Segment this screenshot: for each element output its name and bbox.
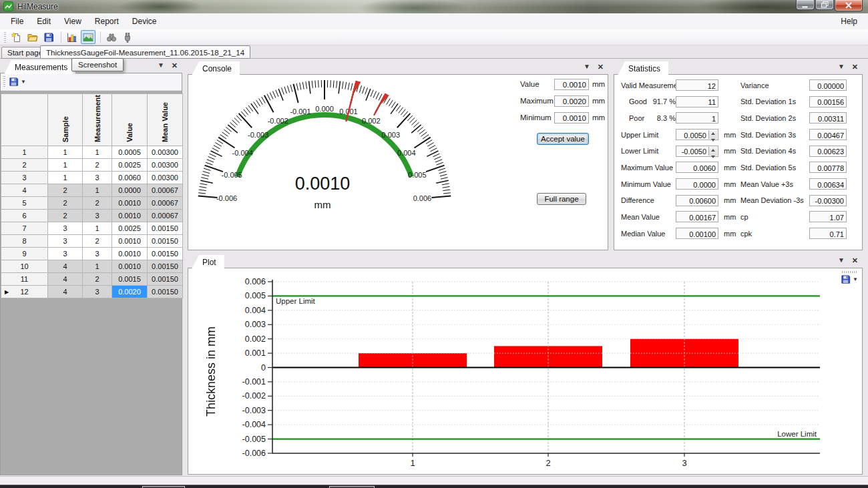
- row-header[interactable]: 2: [1, 159, 48, 172]
- row-header[interactable]: 4: [1, 184, 48, 197]
- panel-menu-icon[interactable]: ▼: [838, 257, 845, 264]
- cell-value[interactable]: 0.0060: [112, 172, 148, 184]
- cell-value[interactable]: 0.0020: [112, 286, 148, 298]
- chart-button[interactable]: [65, 30, 79, 44]
- measurements-panel-tab[interactable]: Measurements: [4, 60, 75, 74]
- column-header-mean-value[interactable]: Mean Value: [148, 94, 183, 146]
- cell-measurement[interactable]: 1: [83, 222, 112, 235]
- cell-sample[interactable]: 3: [48, 222, 83, 235]
- row-header[interactable]: 1: [1, 146, 48, 159]
- cell-measurement[interactable]: 2: [83, 273, 112, 286]
- console-panel-tab[interactable]: Console: [192, 61, 240, 75]
- cell-sample[interactable]: 2: [48, 184, 83, 197]
- row-header[interactable]: 11: [1, 273, 48, 286]
- table-row[interactable]: 10410.00100.00150: [1, 260, 183, 273]
- cell-sample[interactable]: 2: [48, 197, 83, 210]
- export-plot-button[interactable]: ▼: [841, 274, 858, 284]
- table-row[interactable]: 8320.00100.00150: [1, 235, 183, 248]
- stat-field[interactable]: 0.71: [809, 228, 847, 239]
- cell-value[interactable]: 0.0010: [112, 260, 148, 273]
- close-button[interactable]: [835, 0, 863, 11]
- row-header[interactable]: 3: [1, 172, 48, 184]
- toolbar-grip[interactable]: [4, 32, 6, 43]
- stat-field[interactable]: -0.00300: [809, 195, 847, 206]
- cell-sample[interactable]: 3: [48, 235, 83, 248]
- menu-device[interactable]: Device: [126, 13, 164, 29]
- cell-measurement[interactable]: 1: [83, 146, 112, 159]
- menu-help[interactable]: Help: [834, 13, 868, 29]
- cell-mean[interactable]: 0.00067: [148, 184, 183, 197]
- cell-value[interactable]: 0.0010: [112, 210, 148, 222]
- menu-view[interactable]: View: [57, 13, 88, 29]
- screenshot-button[interactable]: [81, 30, 95, 44]
- console-field-minimum[interactable]: 0.0010: [554, 112, 589, 124]
- panel-menu-icon[interactable]: ▼: [158, 62, 164, 69]
- panel-menu-icon[interactable]: ▼: [838, 63, 845, 70]
- export-table-button[interactable]: ▼: [9, 77, 26, 87]
- panel-menu-icon[interactable]: ▼: [584, 63, 590, 70]
- cell-measurement[interactable]: 3: [83, 210, 112, 222]
- stat-field[interactable]: 12: [676, 79, 718, 91]
- cell-sample[interactable]: 1: [48, 146, 83, 159]
- restore-button[interactable]: [815, 0, 834, 10]
- panel-close-icon[interactable]: ✕: [852, 63, 858, 70]
- spinner-control[interactable]: [708, 147, 717, 156]
- row-header[interactable]: 12▶: [1, 286, 48, 298]
- cell-sample[interactable]: 4: [48, 260, 83, 273]
- panel-close-icon[interactable]: ✕: [172, 62, 178, 69]
- stat-field[interactable]: 0.0000: [676, 178, 718, 190]
- cell-mean[interactable]: 0.00067: [148, 197, 183, 210]
- stat-field[interactable]: -0.0050: [676, 146, 718, 157]
- column-header-measurement[interactable]: Measurement: [83, 94, 112, 146]
- row-header[interactable]: 10: [1, 260, 48, 273]
- table-row[interactable]: 4210.00000.00067: [1, 184, 183, 197]
- connect-device-button[interactable]: [120, 30, 135, 44]
- stat-field[interactable]: 1: [676, 112, 718, 124]
- cell-mean[interactable]: 0.00300: [148, 159, 183, 172]
- table-row[interactable]: 11420.00150.00150: [1, 273, 183, 286]
- cell-mean[interactable]: 0.00150: [148, 286, 183, 298]
- panel-close-icon[interactable]: ✕: [598, 63, 604, 70]
- cell-mean[interactable]: 0.00300: [148, 172, 183, 184]
- table-row[interactable]: 1110.00050.00300: [1, 146, 183, 159]
- cell-value[interactable]: 0.0010: [112, 197, 148, 210]
- menu-file[interactable]: File: [4, 13, 30, 29]
- table-row[interactable]: 9330.00100.00150: [1, 248, 183, 260]
- stat-field[interactable]: 0.00600: [676, 195, 718, 206]
- table-row[interactable]: 7310.00250.00150: [1, 222, 183, 235]
- cell-value[interactable]: 0.0015: [112, 273, 148, 286]
- cell-sample[interactable]: 2: [48, 210, 83, 222]
- cell-measurement[interactable]: 2: [83, 159, 112, 172]
- toolbar-grip[interactable]: [3, 76, 5, 87]
- stat-field[interactable]: 0.00156: [809, 96, 847, 107]
- cell-mean[interactable]: 0.00150: [148, 248, 183, 260]
- open-folder-button[interactable]: [25, 30, 40, 44]
- console-field-value[interactable]: 0.0010: [554, 79, 589, 90]
- row-header[interactable]: 7: [1, 222, 48, 235]
- console-field-maximum[interactable]: 0.0020: [554, 95, 589, 107]
- cell-value[interactable]: 0.0010: [112, 235, 148, 248]
- stat-field[interactable]: 0.00623: [809, 146, 847, 157]
- save-button[interactable]: [41, 30, 56, 44]
- cell-sample[interactable]: 1: [48, 172, 83, 184]
- stat-field[interactable]: 0.00100: [676, 228, 718, 239]
- table-row[interactable]: 3130.00600.00300: [1, 172, 183, 184]
- stat-field[interactable]: 0.00467: [809, 129, 847, 140]
- stat-field[interactable]: 0.00167: [676, 211, 718, 222]
- cell-mean[interactable]: 0.00067: [148, 210, 183, 222]
- row-header[interactable]: 6: [1, 210, 48, 222]
- cell-sample[interactable]: 4: [48, 286, 83, 298]
- row-header[interactable]: 8: [1, 235, 48, 248]
- minimize-button[interactable]: [796, 0, 815, 10]
- table-row[interactable]: 6230.00100.00067: [1, 210, 183, 222]
- cell-measurement[interactable]: 1: [83, 260, 112, 273]
- stat-field[interactable]: 0.0060: [676, 162, 718, 173]
- cell-mean[interactable]: 0.00150: [148, 260, 183, 273]
- cell-measurement[interactable]: 2: [83, 197, 112, 210]
- column-header-value[interactable]: Value: [112, 94, 148, 146]
- table-row[interactable]: 12▶430.00200.00150: [1, 286, 183, 298]
- plot-panel-tab[interactable]: Plot: [192, 255, 224, 269]
- menu-report[interactable]: Report: [88, 13, 126, 29]
- table-row[interactable]: 2120.00250.00300: [1, 159, 183, 172]
- column-header-sample[interactable]: Sample: [48, 94, 83, 146]
